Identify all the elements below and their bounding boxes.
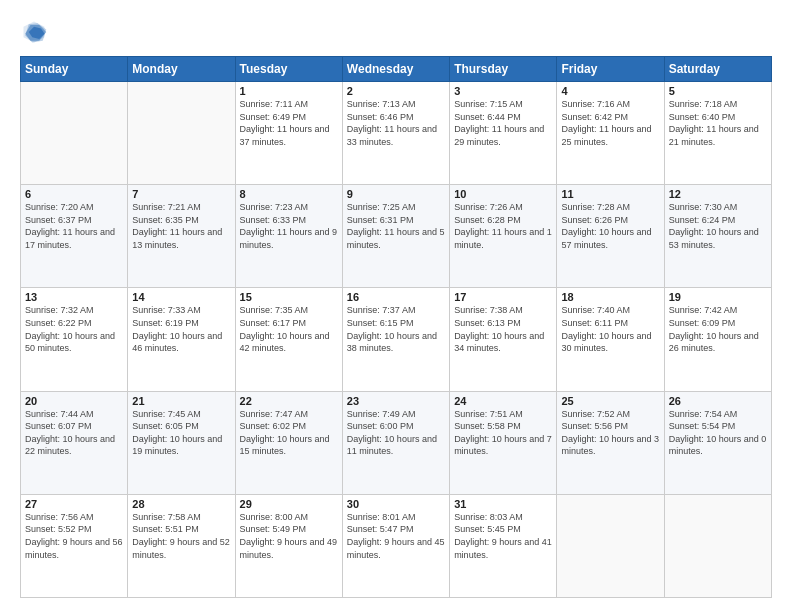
- day-info: Sunrise: 7:52 AMSunset: 5:56 PMDaylight:…: [561, 408, 659, 458]
- calendar-cell: 16Sunrise: 7:37 AMSunset: 6:15 PMDayligh…: [342, 288, 449, 391]
- calendar-cell: 25Sunrise: 7:52 AMSunset: 5:56 PMDayligh…: [557, 391, 664, 494]
- day-number: 19: [669, 291, 767, 303]
- day-number: 23: [347, 395, 445, 407]
- calendar-cell: 28Sunrise: 7:58 AMSunset: 5:51 PMDayligh…: [128, 494, 235, 597]
- calendar-cell: [557, 494, 664, 597]
- day-number: 26: [669, 395, 767, 407]
- day-number: 1: [240, 85, 338, 97]
- calendar-dow-monday: Monday: [128, 57, 235, 82]
- day-info: Sunrise: 8:00 AMSunset: 5:49 PMDaylight:…: [240, 511, 338, 561]
- day-info: Sunrise: 7:49 AMSunset: 6:00 PMDaylight:…: [347, 408, 445, 458]
- day-info: Sunrise: 7:15 AMSunset: 6:44 PMDaylight:…: [454, 98, 552, 148]
- calendar-cell: 23Sunrise: 7:49 AMSunset: 6:00 PMDayligh…: [342, 391, 449, 494]
- day-info: Sunrise: 7:20 AMSunset: 6:37 PMDaylight:…: [25, 201, 123, 251]
- calendar-cell: 12Sunrise: 7:30 AMSunset: 6:24 PMDayligh…: [664, 185, 771, 288]
- day-info: Sunrise: 8:01 AMSunset: 5:47 PMDaylight:…: [347, 511, 445, 561]
- day-number: 18: [561, 291, 659, 303]
- day-info: Sunrise: 7:51 AMSunset: 5:58 PMDaylight:…: [454, 408, 552, 458]
- calendar-cell: 30Sunrise: 8:01 AMSunset: 5:47 PMDayligh…: [342, 494, 449, 597]
- calendar-cell: 2Sunrise: 7:13 AMSunset: 6:46 PMDaylight…: [342, 82, 449, 185]
- day-number: 5: [669, 85, 767, 97]
- day-number: 22: [240, 395, 338, 407]
- day-number: 2: [347, 85, 445, 97]
- day-number: 6: [25, 188, 123, 200]
- day-number: 20: [25, 395, 123, 407]
- calendar-cell: 27Sunrise: 7:56 AMSunset: 5:52 PMDayligh…: [21, 494, 128, 597]
- day-number: 17: [454, 291, 552, 303]
- day-number: 8: [240, 188, 338, 200]
- day-info: Sunrise: 7:18 AMSunset: 6:40 PMDaylight:…: [669, 98, 767, 148]
- day-info: Sunrise: 7:23 AMSunset: 6:33 PMDaylight:…: [240, 201, 338, 251]
- day-info: Sunrise: 7:16 AMSunset: 6:42 PMDaylight:…: [561, 98, 659, 148]
- calendar-cell: 29Sunrise: 8:00 AMSunset: 5:49 PMDayligh…: [235, 494, 342, 597]
- day-number: 15: [240, 291, 338, 303]
- calendar-cell: 24Sunrise: 7:51 AMSunset: 5:58 PMDayligh…: [450, 391, 557, 494]
- day-info: Sunrise: 7:58 AMSunset: 5:51 PMDaylight:…: [132, 511, 230, 561]
- day-info: Sunrise: 7:25 AMSunset: 6:31 PMDaylight:…: [347, 201, 445, 251]
- calendar-dow-thursday: Thursday: [450, 57, 557, 82]
- calendar-cell: 11Sunrise: 7:28 AMSunset: 6:26 PMDayligh…: [557, 185, 664, 288]
- day-info: Sunrise: 7:47 AMSunset: 6:02 PMDaylight:…: [240, 408, 338, 458]
- calendar-cell: 14Sunrise: 7:33 AMSunset: 6:19 PMDayligh…: [128, 288, 235, 391]
- calendar-cell: 22Sunrise: 7:47 AMSunset: 6:02 PMDayligh…: [235, 391, 342, 494]
- day-info: Sunrise: 7:30 AMSunset: 6:24 PMDaylight:…: [669, 201, 767, 251]
- calendar-cell: 10Sunrise: 7:26 AMSunset: 6:28 PMDayligh…: [450, 185, 557, 288]
- calendar-cell: 31Sunrise: 8:03 AMSunset: 5:45 PMDayligh…: [450, 494, 557, 597]
- calendar-cell: 26Sunrise: 7:54 AMSunset: 5:54 PMDayligh…: [664, 391, 771, 494]
- calendar-cell: 6Sunrise: 7:20 AMSunset: 6:37 PMDaylight…: [21, 185, 128, 288]
- day-number: 12: [669, 188, 767, 200]
- calendar-dow-wednesday: Wednesday: [342, 57, 449, 82]
- day-info: Sunrise: 8:03 AMSunset: 5:45 PMDaylight:…: [454, 511, 552, 561]
- calendar-cell: 17Sunrise: 7:38 AMSunset: 6:13 PMDayligh…: [450, 288, 557, 391]
- day-info: Sunrise: 7:38 AMSunset: 6:13 PMDaylight:…: [454, 304, 552, 354]
- day-number: 10: [454, 188, 552, 200]
- day-number: 30: [347, 498, 445, 510]
- day-number: 13: [25, 291, 123, 303]
- calendar-cell: [664, 494, 771, 597]
- calendar-cell: 13Sunrise: 7:32 AMSunset: 6:22 PMDayligh…: [21, 288, 128, 391]
- day-number: 4: [561, 85, 659, 97]
- calendar-cell: 21Sunrise: 7:45 AMSunset: 6:05 PMDayligh…: [128, 391, 235, 494]
- day-number: 31: [454, 498, 552, 510]
- page-header: [20, 18, 772, 46]
- calendar-cell: 3Sunrise: 7:15 AMSunset: 6:44 PMDaylight…: [450, 82, 557, 185]
- day-info: Sunrise: 7:28 AMSunset: 6:26 PMDaylight:…: [561, 201, 659, 251]
- day-info: Sunrise: 7:32 AMSunset: 6:22 PMDaylight:…: [25, 304, 123, 354]
- calendar-dow-tuesday: Tuesday: [235, 57, 342, 82]
- day-number: 14: [132, 291, 230, 303]
- calendar-dow-friday: Friday: [557, 57, 664, 82]
- day-info: Sunrise: 7:37 AMSunset: 6:15 PMDaylight:…: [347, 304, 445, 354]
- calendar-cell: 19Sunrise: 7:42 AMSunset: 6:09 PMDayligh…: [664, 288, 771, 391]
- calendar-cell: 5Sunrise: 7:18 AMSunset: 6:40 PMDaylight…: [664, 82, 771, 185]
- calendar-cell: 7Sunrise: 7:21 AMSunset: 6:35 PMDaylight…: [128, 185, 235, 288]
- day-info: Sunrise: 7:42 AMSunset: 6:09 PMDaylight:…: [669, 304, 767, 354]
- calendar-cell: [21, 82, 128, 185]
- day-info: Sunrise: 7:54 AMSunset: 5:54 PMDaylight:…: [669, 408, 767, 458]
- calendar-cell: 20Sunrise: 7:44 AMSunset: 6:07 PMDayligh…: [21, 391, 128, 494]
- day-number: 7: [132, 188, 230, 200]
- calendar-cell: 15Sunrise: 7:35 AMSunset: 6:17 PMDayligh…: [235, 288, 342, 391]
- calendar-table: SundayMondayTuesdayWednesdayThursdayFrid…: [20, 56, 772, 598]
- day-number: 21: [132, 395, 230, 407]
- day-info: Sunrise: 7:44 AMSunset: 6:07 PMDaylight:…: [25, 408, 123, 458]
- day-number: 29: [240, 498, 338, 510]
- calendar-cell: 18Sunrise: 7:40 AMSunset: 6:11 PMDayligh…: [557, 288, 664, 391]
- day-info: Sunrise: 7:21 AMSunset: 6:35 PMDaylight:…: [132, 201, 230, 251]
- day-info: Sunrise: 7:35 AMSunset: 6:17 PMDaylight:…: [240, 304, 338, 354]
- calendar-dow-saturday: Saturday: [664, 57, 771, 82]
- day-info: Sunrise: 7:33 AMSunset: 6:19 PMDaylight:…: [132, 304, 230, 354]
- calendar-cell: [128, 82, 235, 185]
- logo-icon: [20, 18, 48, 46]
- logo: [20, 18, 52, 46]
- day-number: 11: [561, 188, 659, 200]
- day-number: 3: [454, 85, 552, 97]
- calendar-dow-sunday: Sunday: [21, 57, 128, 82]
- day-number: 25: [561, 395, 659, 407]
- day-info: Sunrise: 7:56 AMSunset: 5:52 PMDaylight:…: [25, 511, 123, 561]
- day-number: 16: [347, 291, 445, 303]
- day-number: 27: [25, 498, 123, 510]
- day-info: Sunrise: 7:45 AMSunset: 6:05 PMDaylight:…: [132, 408, 230, 458]
- day-number: 28: [132, 498, 230, 510]
- day-info: Sunrise: 7:11 AMSunset: 6:49 PMDaylight:…: [240, 98, 338, 148]
- calendar-cell: 1Sunrise: 7:11 AMSunset: 6:49 PMDaylight…: [235, 82, 342, 185]
